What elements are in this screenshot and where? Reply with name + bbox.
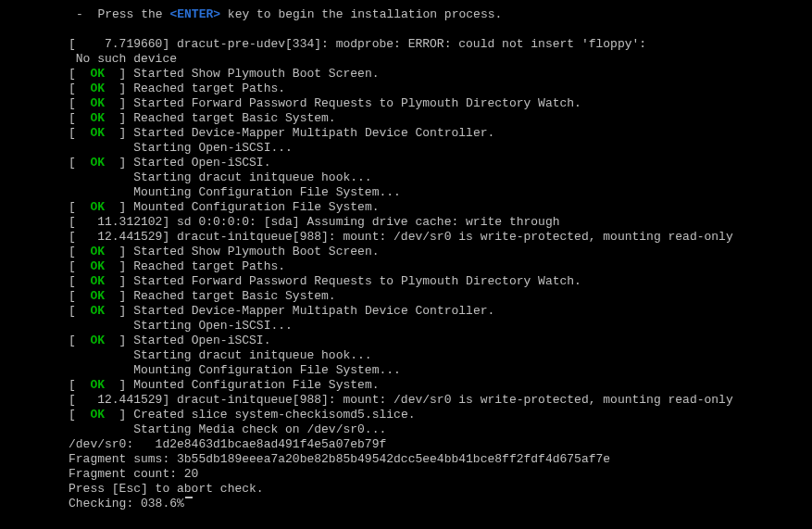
log-line: [ OK ] Reached target Paths.	[0, 82, 812, 96]
status-bracket-close: ]	[105, 408, 133, 422]
status-bracket-close: ]	[105, 289, 133, 304]
log-message: [ 11.312102] sd 0:0:0:0: [sda] Assuming …	[69, 215, 560, 230]
status-ok: OK	[90, 334, 105, 348]
log-line: [ 12.441529] dracut-initqueue[988]: moun…	[0, 393, 812, 408]
status-bracket-close: ]	[105, 156, 133, 170]
blank-line	[0, 22, 812, 37]
log-message: /dev/sr0: 1d2e8463d1bcae8ad491f4e5a07eb7…	[69, 437, 386, 452]
status-bracket-close: ]	[105, 378, 133, 393]
status-ok: OK	[90, 289, 105, 304]
log-message: [ 7.719660] dracut-pre-udev[334]: modpro…	[69, 37, 646, 52]
status-bracket-close: ]	[105, 245, 133, 259]
status-bracket-close: ]	[105, 259, 133, 274]
log-message: Created slice system-checkisomd5.slice.	[133, 408, 415, 422]
log-line: Fragment count: 20	[0, 467, 812, 482]
log-message: Mounted Configuration File System.	[133, 378, 379, 393]
status-ok: OK	[90, 378, 105, 393]
log-message: Press [Esc] to abort check.	[69, 482, 264, 497]
log-line: [ OK ] Started Forward Password Requests…	[0, 96, 812, 111]
status-ok: OK	[90, 96, 105, 111]
log-line: [ OK ] Started Show Plymouth Boot Screen…	[0, 67, 812, 82]
log-message: Reached target Basic System.	[133, 289, 335, 304]
log-message: Starting dracut initqueue hook...	[133, 348, 371, 363]
status-bracket-open: [	[69, 67, 90, 82]
hint-line: - Press the <ENTER> key to begin the ins…	[0, 7, 812, 22]
status-bracket-open: [	[69, 334, 90, 348]
log-message: Started Device-Mapper Multipath Device C…	[133, 304, 494, 319]
log-message: [ 12.441529] dracut-initqueue[988]: moun…	[69, 393, 733, 408]
log-message: Fragment count: 20	[69, 467, 198, 482]
cursor-icon	[185, 497, 193, 498]
log-message: Mounted Configuration File System.	[133, 200, 379, 215]
log-message: Started Show Plymouth Boot Screen.	[133, 245, 379, 259]
log-indent	[69, 141, 133, 156]
status-bracket-open: [	[69, 126, 90, 141]
status-bracket-open: [	[69, 96, 90, 111]
log-line: Mounting Configuration File System...	[0, 185, 812, 200]
log-message: Started Forward Password Requests to Ply…	[133, 96, 581, 111]
status-ok: OK	[90, 111, 105, 126]
log-line: [ 12.441529] dracut-initqueue[988]: moun…	[0, 230, 812, 245]
log-line: [ OK ] Reached target Basic System.	[0, 289, 812, 304]
log-message: Mounting Configuration File System...	[133, 363, 401, 378]
log-message: Mounting Configuration File System...	[133, 185, 401, 200]
log-indent	[69, 348, 133, 363]
status-bracket-close: ]	[105, 334, 133, 348]
log-line: Fragment sums: 3b55db189eeea7a20be82b85b…	[0, 452, 812, 467]
hint-prefix: - Press the	[76, 7, 169, 22]
log-line: /dev/sr0: 1d2e8463d1bcae8ad491f4e5a07eb7…	[0, 437, 812, 452]
log-message: Fragment sums: 3b55db189eeea7a20be82b85b…	[69, 452, 610, 467]
log-line: Press [Esc] to abort check.	[0, 482, 812, 497]
status-bracket-close: ]	[105, 304, 133, 319]
log-message: [ 12.441529] dracut-initqueue[988]: moun…	[69, 230, 733, 245]
log-indent	[69, 363, 133, 378]
log-line: [ OK ] Started Show Plymouth Boot Screen…	[0, 245, 812, 259]
log-line: Mounting Configuration File System...	[0, 363, 812, 378]
status-bracket-open: [	[69, 200, 90, 215]
log-indent	[69, 319, 133, 334]
log-line: [ 7.719660] dracut-pre-udev[334]: modpro…	[0, 37, 812, 52]
log-message: No such device	[69, 52, 177, 67]
status-bracket-open: [	[69, 408, 90, 422]
log-indent	[69, 185, 133, 200]
log-indent	[69, 170, 133, 185]
enter-key: <ENTER>	[169, 7, 220, 22]
log-message: Checking: 038.6%	[69, 497, 184, 511]
status-bracket-open: [	[69, 156, 90, 170]
status-ok: OK	[90, 156, 105, 170]
log-line: [ OK ] Started Open-iSCSI.	[0, 334, 812, 348]
boot-log: [ 7.719660] dracut-pre-udev[334]: modpro…	[0, 37, 812, 511]
status-bracket-close: ]	[105, 126, 133, 141]
log-line: No such device	[0, 52, 812, 67]
log-message: Reached target Paths.	[133, 82, 285, 96]
status-bracket-close: ]	[105, 96, 133, 111]
status-bracket-open: [	[69, 82, 90, 96]
log-message: Started Show Plymouth Boot Screen.	[133, 67, 379, 82]
log-message: Starting dracut initqueue hook...	[133, 170, 371, 185]
log-line: Starting Open-iSCSI...	[0, 319, 812, 334]
log-line: [ OK ] Started Open-iSCSI.	[0, 156, 812, 170]
log-line: [ OK ] Started Forward Password Requests…	[0, 274, 812, 289]
log-message: Reached target Basic System.	[133, 111, 335, 126]
status-bracket-open: [	[69, 289, 90, 304]
status-bracket-close: ]	[105, 82, 133, 96]
status-ok: OK	[90, 67, 105, 82]
log-message: Starting Open-iSCSI...	[133, 141, 293, 156]
status-bracket-close: ]	[105, 274, 133, 289]
status-bracket-open: [	[69, 378, 90, 393]
status-bracket-close: ]	[105, 200, 133, 215]
status-bracket-open: [	[69, 304, 90, 319]
status-ok: OK	[90, 274, 105, 289]
log-message: Started Open-iSCSI.	[133, 156, 270, 170]
status-bracket-close: ]	[105, 111, 133, 126]
log-line: Checking: 038.6%	[0, 497, 812, 511]
log-message: Starting Media check on /dev/sr0...	[133, 422, 386, 437]
status-bracket-open: [	[69, 245, 90, 259]
log-line: [ OK ] Created slice system-checkisomd5.…	[0, 408, 812, 422]
status-ok: OK	[90, 259, 105, 274]
log-line: [ OK ] Started Device-Mapper Multipath D…	[0, 304, 812, 319]
hint-suffix: key to begin the installation process.	[220, 7, 502, 22]
log-line: [ 11.312102] sd 0:0:0:0: [sda] Assuming …	[0, 215, 812, 230]
log-line: [ OK ] Mounted Configuration File System…	[0, 378, 812, 393]
log-indent	[69, 422, 133, 437]
